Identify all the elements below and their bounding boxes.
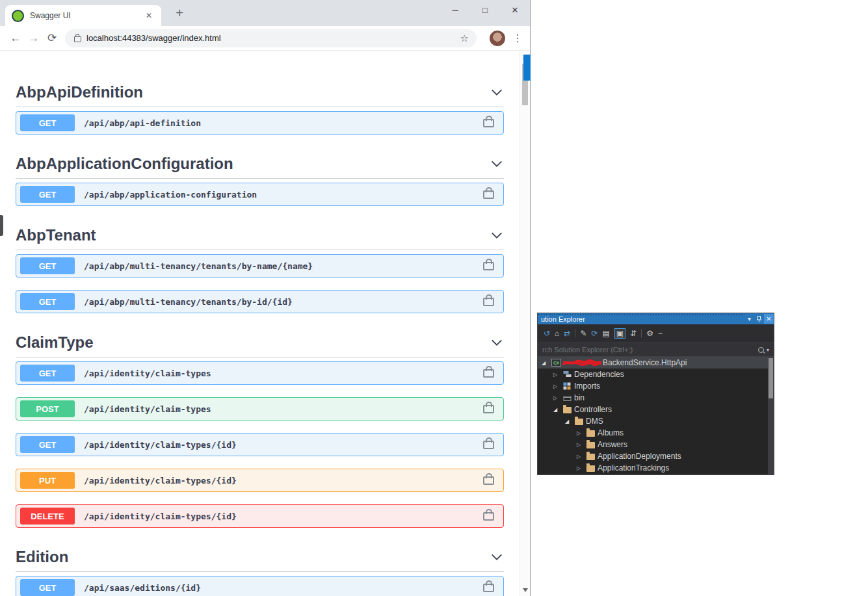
swagger-tag-section: ClaimType GET /api/identity/claim-types … [16, 326, 504, 528]
profile-avatar[interactable] [490, 31, 505, 46]
expander-collapsed-icon[interactable]: ▷ [577, 454, 586, 460]
reload-icon[interactable]: ⟳ [43, 31, 61, 45]
lock-icon[interactable] [483, 441, 494, 449]
expander-expanded-icon[interactable]: ◢ [553, 407, 563, 413]
home-icon[interactable]: ⌂ [555, 330, 559, 337]
tree-item-bin[interactable]: ▷ bin [538, 392, 774, 404]
solution-search-box[interactable]: ▾ [538, 343, 774, 357]
tree-item-answers[interactable]: ▷ Answers [538, 439, 774, 450]
swagger-favicon-icon [12, 10, 24, 22]
method-badge: GET [20, 293, 75, 310]
tree-item-dependencies[interactable]: ▷ Dependencies [538, 369, 774, 380]
new-tab-button[interactable]: + [170, 4, 189, 22]
method-badge: GET [20, 365, 75, 382]
operation-row[interactable]: DELETE /api/identity/claim-types/{id} [16, 504, 504, 528]
tree-item-albums[interactable]: ▷ Albums [538, 427, 774, 439]
expander-collapsed-icon[interactable]: ▷ [553, 383, 563, 389]
url-text[interactable]: localhost:44383/swagger/index.html [86, 33, 455, 43]
url-omnibox[interactable]: localhost:44383/swagger/index.html ☆ [65, 29, 477, 47]
dependencies-icon [563, 370, 574, 378]
expander-collapsed-icon[interactable]: ▷ [577, 442, 586, 448]
collapse-all-icon[interactable]: ▤ [603, 330, 610, 337]
swagger-tag-section: AbpApiDefinition GET /api/abp/api-defini… [16, 75, 504, 135]
sync-with-active-document-icon[interactable]: ⇄ [564, 330, 570, 337]
chevron-down-icon[interactable] [490, 228, 504, 242]
lock-icon[interactable] [483, 405, 494, 413]
folder-icon [586, 452, 598, 460]
close-icon[interactable]: ✕ [764, 314, 774, 324]
tree-item-project[interactable]: ◢ C# BackendService.HttpApi [538, 357, 774, 369]
browser-tab-strip: Swagger UI ✕ + ─ □ ✕ [0, 0, 530, 26]
browser-menu-icon[interactable]: ⋮ [512, 32, 523, 44]
operation-row[interactable]: GET /api/abp/multi-tenancy/tenants/by-id… [16, 290, 504, 313]
bookmark-star-icon[interactable]: ☆ [460, 32, 469, 44]
lock-icon[interactable] [483, 369, 494, 378]
operation-row[interactable]: POST /api/identity/claim-types [16, 397, 504, 421]
operation-row[interactable]: GET /api/saas/editions/{id} [16, 576, 504, 596]
chevron-down-icon[interactable] [490, 85, 504, 99]
back-icon[interactable]: ← [7, 32, 25, 45]
pin-icon[interactable] [754, 314, 764, 324]
operation-path: /api/identity/claim-types/{id} [84, 512, 237, 521]
properties-icon[interactable]: ⚙ [646, 330, 653, 337]
refresh-icon[interactable]: ⟳ [591, 330, 598, 337]
scroll-down-arrow-icon[interactable] [523, 588, 528, 592]
tree-item-controllers[interactable]: ◢ Controllers [538, 404, 774, 415]
operation-row[interactable]: GET /api/abp/application-configuration [16, 183, 504, 206]
expander-collapsed-icon[interactable]: ▷ [553, 372, 563, 378]
back-icon[interactable]: ↺ [544, 330, 550, 337]
tree-item-applicationdeployments[interactable]: ▷ ApplicationDeployments [538, 450, 774, 462]
browser-address-bar: ← → ⟳ localhost:44383/swagger/index.html… [0, 26, 530, 51]
ssl-lock-icon[interactable] [74, 36, 81, 42]
tree-scrollbar-thumb[interactable] [769, 358, 773, 398]
operation-row[interactable]: GET /api/abp/api-definition [16, 111, 504, 135]
expander-expanded-icon[interactable]: ◢ [565, 419, 575, 424]
bin-folder-icon [563, 395, 574, 402]
lock-icon[interactable] [483, 584, 494, 592]
tree-item-applicationtrackings[interactable]: ▷ ApplicationTrackings [538, 462, 774, 474]
solution-explorer-titlebar[interactable]: ution Explorer ▾ ✕ [538, 313, 774, 324]
chevron-down-icon[interactable] [490, 335, 504, 350]
maximize-button[interactable]: □ [470, 0, 500, 21]
tree-item-imports[interactable]: ▷ Imports [538, 380, 774, 392]
expander-collapsed-icon[interactable]: ▷ [577, 465, 586, 471]
tag-header[interactable]: ClaimType [16, 326, 504, 357]
forward-icon[interactable]: → [25, 32, 43, 45]
tag-header[interactable]: AbpApplicationConfiguration [16, 147, 504, 179]
edit-filter-icon[interactable]: ✎ [580, 330, 586, 337]
chevron-down-icon[interactable] [490, 550, 504, 564]
preview-icon[interactable]: − [658, 330, 663, 337]
search-icon[interactable] [758, 347, 764, 353]
tree-item-dms[interactable]: ◢ DMS [538, 415, 774, 427]
lock-icon[interactable] [483, 476, 494, 485]
lock-icon[interactable] [483, 298, 494, 306]
tree-item-label: bin [574, 393, 585, 402]
solution-search-input[interactable] [542, 346, 758, 354]
lock-icon[interactable] [483, 512, 494, 521]
search-dropdown-icon[interactable]: ▾ [767, 347, 769, 353]
close-button[interactable]: ✕ [500, 0, 530, 21]
operation-row[interactable]: GET /api/identity/claim-types/{id} [16, 433, 504, 456]
tag-header[interactable]: AbpTenant [16, 218, 504, 250]
expander-collapsed-icon[interactable]: ▷ [553, 395, 563, 401]
tag-header[interactable]: AbpApiDefinition [16, 75, 504, 107]
nest-files-icon[interactable]: ⇵ [630, 330, 637, 337]
operation-row[interactable]: PUT /api/identity/claim-types/{id} [16, 469, 504, 492]
operation-row[interactable]: GET /api/abp/multi-tenancy/tenants/by-na… [16, 254, 504, 278]
expander-expanded-icon[interactable]: ◢ [542, 360, 551, 366]
chevron-down-icon[interactable] [490, 157, 504, 171]
browser-tab[interactable]: Swagger UI ✕ [5, 5, 161, 26]
lock-icon[interactable] [483, 119, 494, 127]
background-window-sliver [0, 215, 3, 236]
operation-row[interactable]: GET /api/identity/claim-types [16, 361, 504, 385]
tree-scrollbar[interactable] [768, 357, 774, 474]
lock-icon[interactable] [483, 262, 494, 270]
lock-icon[interactable] [483, 190, 494, 199]
expander-collapsed-icon[interactable]: ▷ [577, 430, 586, 436]
window-position-icon[interactable]: ▾ [744, 314, 754, 324]
tag-header[interactable]: Edition [16, 540, 504, 572]
tab-close-icon[interactable]: ✕ [143, 10, 155, 21]
show-all-files-icon[interactable]: ▣ [614, 328, 625, 339]
minimize-button[interactable]: ─ [440, 0, 470, 21]
browser-scrollbar[interactable] [519, 51, 530, 596]
